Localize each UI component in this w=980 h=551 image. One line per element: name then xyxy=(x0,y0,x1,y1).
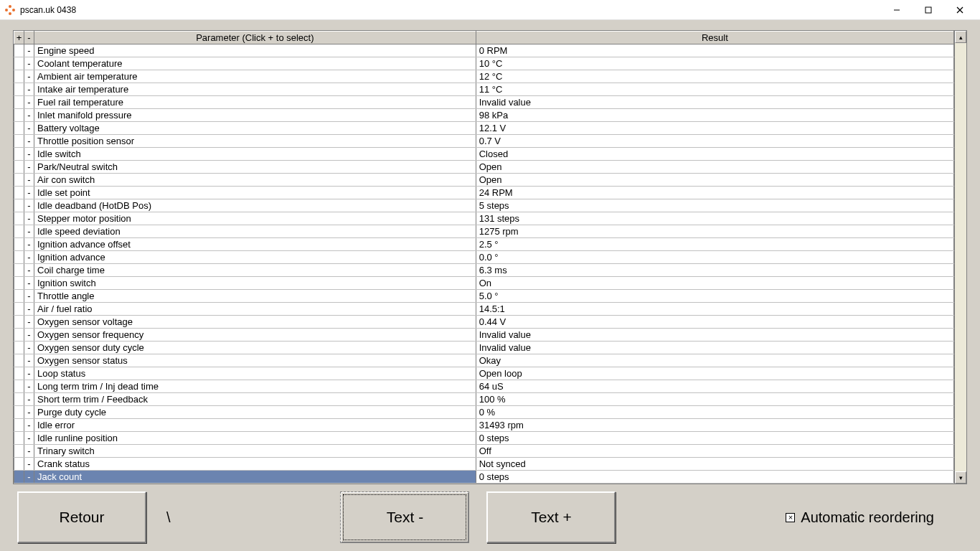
table-row[interactable]: -Inlet manifold pressure98 kPa xyxy=(14,109,954,122)
row-plus-cell[interactable] xyxy=(14,419,24,432)
automatic-reordering-checkbox[interactable]: × Automatic reordering xyxy=(786,509,934,526)
row-plus-cell[interactable] xyxy=(14,458,24,471)
scroll-down-button[interactable]: ▾ xyxy=(955,471,966,484)
parameter-cell[interactable]: Oxygen sensor frequency xyxy=(34,329,476,342)
result-cell[interactable]: Open xyxy=(476,174,953,187)
parameter-cell[interactable]: Ignition advance offset xyxy=(34,238,476,251)
parameter-cell[interactable]: Fuel rail temperature xyxy=(34,96,476,109)
row-plus-cell[interactable] xyxy=(14,238,24,251)
row-plus-cell[interactable] xyxy=(14,174,24,187)
parameter-cell[interactable]: Crank status xyxy=(34,458,476,471)
table-row[interactable]: -Short term trim / Feedback100 % xyxy=(14,393,954,406)
result-cell[interactable]: Not synced xyxy=(476,458,953,471)
row-plus-cell[interactable] xyxy=(14,380,24,393)
close-button[interactable] xyxy=(944,0,976,20)
table-row[interactable]: -Purge duty cycle0 % xyxy=(14,406,954,419)
result-cell[interactable]: 0 steps xyxy=(476,471,953,484)
table-row[interactable]: -Loop statusOpen loop xyxy=(14,367,954,380)
parameter-cell[interactable]: Idle set point xyxy=(34,187,476,199)
row-minus-cell[interactable]: - xyxy=(24,251,34,264)
result-cell[interactable]: 0 steps xyxy=(476,432,953,445)
table-row[interactable]: -Crank statusNot synced xyxy=(14,458,954,471)
row-plus-cell[interactable] xyxy=(14,212,24,225)
parameter-cell[interactable]: Stepper motor position xyxy=(34,212,476,225)
result-cell[interactable]: 24 RPM xyxy=(476,187,953,199)
result-cell[interactable]: Okay xyxy=(476,354,953,367)
row-minus-cell[interactable]: - xyxy=(24,432,34,445)
result-cell[interactable]: 0.0 ° xyxy=(476,251,953,264)
parameter-cell[interactable]: Purge duty cycle xyxy=(34,406,476,419)
row-plus-cell[interactable] xyxy=(14,367,24,380)
table-row[interactable]: -Air / fuel ratio14.5:1 xyxy=(14,303,954,316)
result-cell[interactable]: 131 steps xyxy=(476,212,953,225)
result-cell[interactable]: 0.44 V xyxy=(476,316,953,329)
result-cell[interactable]: Invalid value xyxy=(476,96,953,109)
row-plus-cell[interactable] xyxy=(14,354,24,367)
parameter-cell[interactable]: Idle runline position xyxy=(34,432,476,445)
row-plus-cell[interactable] xyxy=(14,161,24,174)
result-cell[interactable]: 6.3 ms xyxy=(476,264,953,277)
row-plus-cell[interactable] xyxy=(14,96,24,109)
result-cell[interactable]: 10 °C xyxy=(476,57,953,70)
parameter-table[interactable]: + - Parameter (Click + to select) Result… xyxy=(14,31,954,484)
parameter-cell[interactable]: Air con switch xyxy=(34,174,476,187)
result-cell[interactable]: 5 steps xyxy=(476,199,953,212)
row-plus-cell[interactable] xyxy=(14,251,24,264)
scroll-track[interactable] xyxy=(955,43,966,471)
parameter-cell[interactable]: Oxygen sensor duty cycle xyxy=(34,342,476,354)
table-row[interactable]: -Throttle angle5.0 ° xyxy=(14,290,954,303)
row-plus-cell[interactable] xyxy=(14,57,24,70)
maximize-button[interactable] xyxy=(913,0,944,20)
row-plus-cell[interactable] xyxy=(14,432,24,445)
table-row[interactable]: -Coolant temperature10 °C xyxy=(14,57,954,70)
parameter-cell[interactable]: Idle speed deviation xyxy=(34,225,476,238)
table-row[interactable]: -Idle set point24 RPM xyxy=(14,187,954,199)
row-minus-cell[interactable]: - xyxy=(24,367,34,380)
table-row[interactable]: -Long term trim / Inj dead time64 uS xyxy=(14,380,954,393)
parameter-cell[interactable]: Ambient air temperature xyxy=(34,70,476,83)
row-minus-cell[interactable]: - xyxy=(24,122,34,135)
parameter-cell[interactable]: Park/Neutral switch xyxy=(34,161,476,174)
table-row[interactable]: -Engine speed0 RPM xyxy=(14,44,954,57)
row-minus-cell[interactable]: - xyxy=(24,174,34,187)
row-plus-cell[interactable] xyxy=(14,290,24,303)
row-minus-cell[interactable]: - xyxy=(24,419,34,432)
result-cell[interactable]: Closed xyxy=(476,148,953,161)
row-minus-cell[interactable]: - xyxy=(24,342,34,354)
row-plus-cell[interactable] xyxy=(14,83,24,96)
vertical-scrollbar[interactable]: ▴ ▾ xyxy=(954,31,966,484)
row-plus-cell[interactable] xyxy=(14,225,24,238)
table-row[interactable]: -Idle runline position0 steps xyxy=(14,432,954,445)
result-cell[interactable]: 12 °C xyxy=(476,70,953,83)
table-row[interactable]: -Battery voltage12.1 V xyxy=(14,122,954,135)
row-plus-cell[interactable] xyxy=(14,122,24,135)
parameter-cell[interactable]: Coolant temperature xyxy=(34,57,476,70)
row-plus-cell[interactable] xyxy=(14,445,24,458)
row-minus-cell[interactable]: - xyxy=(24,212,34,225)
text-plus-button[interactable]: Text + xyxy=(486,491,616,543)
row-minus-cell[interactable]: - xyxy=(24,199,34,212)
result-cell[interactable]: Off xyxy=(476,445,953,458)
row-plus-cell[interactable] xyxy=(14,148,24,161)
row-plus-cell[interactable] xyxy=(14,44,24,57)
result-cell[interactable]: 1275 rpm xyxy=(476,225,953,238)
row-plus-cell[interactable] xyxy=(14,471,24,484)
header-plus[interactable]: + xyxy=(14,32,24,44)
table-row[interactable]: -Stepper motor position131 steps xyxy=(14,212,954,225)
table-row[interactable]: -Oxygen sensor voltage0.44 V xyxy=(14,316,954,329)
parameter-cell[interactable]: Loop status xyxy=(34,367,476,380)
result-cell[interactable]: On xyxy=(476,277,953,290)
table-row[interactable]: -Idle error31493 rpm xyxy=(14,419,954,432)
parameter-cell[interactable]: Idle deadband (HotDB Pos) xyxy=(34,199,476,212)
row-minus-cell[interactable]: - xyxy=(24,445,34,458)
table-row[interactable]: -Idle switchClosed xyxy=(14,148,954,161)
parameter-cell[interactable]: Inlet manifold pressure xyxy=(34,109,476,122)
table-row[interactable]: -Air con switchOpen xyxy=(14,174,954,187)
table-row[interactable]: -Oxygen sensor duty cycleInvalid value xyxy=(14,342,954,354)
header-minus[interactable]: - xyxy=(24,32,34,44)
parameter-cell[interactable]: Throttle position sensor xyxy=(34,135,476,148)
table-row[interactable]: -Ignition advance0.0 ° xyxy=(14,251,954,264)
result-cell[interactable]: 98 kPa xyxy=(476,109,953,122)
row-minus-cell[interactable]: - xyxy=(24,83,34,96)
result-cell[interactable]: 100 % xyxy=(476,393,953,406)
